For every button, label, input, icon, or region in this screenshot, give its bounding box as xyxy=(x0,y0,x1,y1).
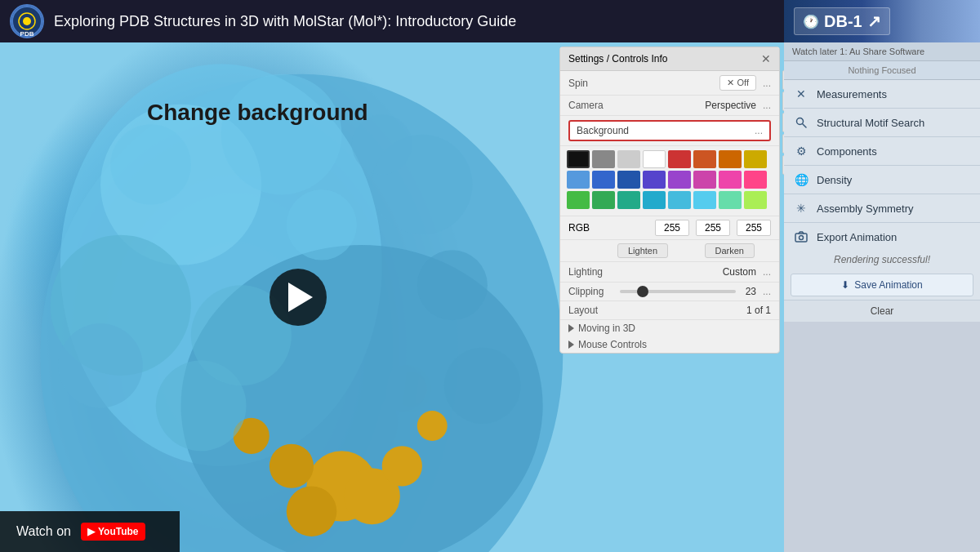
spin-off-button[interactable]: ✕ Off xyxy=(719,75,756,91)
layout-label: Layout xyxy=(568,305,613,316)
clipping-dots[interactable]: ... xyxy=(763,286,771,297)
clipping-slider[interactable] xyxy=(620,290,736,293)
swatch-aqua[interactable] xyxy=(693,191,716,209)
lighting-value: Custom xyxy=(723,266,756,278)
svg-point-18 xyxy=(110,124,190,204)
swatch-skyblue[interactable] xyxy=(668,191,691,209)
rp-subheader: Watch later 1: Au Share Software xyxy=(784,42,980,61)
layout-row: Layout 1 of 1 xyxy=(560,301,779,320)
video-title: Exploring PDB Structures in 3D with MolS… xyxy=(54,13,516,30)
background-field-row: Background ... xyxy=(560,116,779,146)
rp-nothing-focused: Nothing Focused xyxy=(784,61,980,80)
clear-button[interactable]: Clear xyxy=(784,300,980,322)
swatch-orange[interactable] xyxy=(719,150,742,168)
settings-panel: Settings / Controls Info ✕ Spin ✕ Off ..… xyxy=(559,47,780,354)
swatch-teal[interactable] xyxy=(617,191,640,209)
swatch-purple[interactable] xyxy=(668,171,691,189)
svg-point-9 xyxy=(221,74,342,195)
swatch-red[interactable] xyxy=(668,150,691,168)
svg-point-17 xyxy=(417,411,448,441)
assembly-symmetry-item[interactable]: ✳ Assembly Symmetry xyxy=(784,194,980,223)
swatch-yellow[interactable] xyxy=(744,150,767,168)
swatch-hotpink[interactable] xyxy=(744,171,767,189)
slider-thumb[interactable] xyxy=(637,286,648,297)
lighting-dots[interactable]: ... xyxy=(763,266,771,278)
swatch-lightblue[interactable] xyxy=(567,171,590,189)
clipping-label: Clipping xyxy=(568,286,613,297)
nothing-focused-text: Nothing Focused xyxy=(848,65,915,75)
db-badge: 🕐 DB-1 ↗ xyxy=(794,7,890,35)
settings-close-button[interactable]: ✕ xyxy=(761,52,771,65)
swatch-gray[interactable] xyxy=(592,150,615,168)
youtube-logo[interactable]: ▶ YouTube xyxy=(81,523,145,541)
refresh-icon-btn[interactable]: ↺ xyxy=(782,70,784,90)
video-frame: Change background Settings / Controls In… xyxy=(0,42,784,552)
clipping-row: Clipping 23 ... xyxy=(560,283,779,301)
mouse-controls-row[interactable]: Mouse Controls xyxy=(560,336,779,353)
rgb-b-input[interactable] xyxy=(737,220,771,236)
rp-header-image: 🕐 DB-1 ↗ xyxy=(784,0,980,42)
rp-subheader-text: Watch later 1: Au Share Software xyxy=(792,47,924,56)
moving-3d-row[interactable]: Moving in 3D xyxy=(560,320,779,336)
pdb-logo: PDB xyxy=(10,4,44,38)
background-dots-button[interactable]: ... xyxy=(755,125,763,136)
svg-point-19 xyxy=(417,250,488,320)
color-swatches xyxy=(560,146,779,216)
swatch-seagreen[interactable] xyxy=(592,191,615,209)
camera-icon xyxy=(794,229,808,244)
swatch-cyan[interactable] xyxy=(643,191,666,209)
db-badge-text: DB-1 xyxy=(824,12,862,31)
swatch-lightgray[interactable] xyxy=(617,150,640,168)
settings-header: Settings / Controls Info ✕ xyxy=(560,47,779,71)
components-label: Components xyxy=(817,145,877,158)
background-field[interactable]: Background ... xyxy=(568,120,771,141)
rgb-g-input[interactable] xyxy=(696,220,730,236)
plus-icon-btn[interactable]: + xyxy=(782,91,784,111)
swatch-pink[interactable] xyxy=(719,171,742,189)
svg-point-24 xyxy=(287,189,357,260)
swatch-row-3 xyxy=(567,191,773,209)
swatch-indigo[interactable] xyxy=(643,171,666,189)
save-animation-button[interactable]: ⬇ Save Animation xyxy=(791,274,973,296)
lighting-label: Lighting xyxy=(568,266,613,278)
darken-button[interactable]: Darken xyxy=(705,243,755,258)
swatch-black[interactable] xyxy=(567,150,590,168)
change-bg-label: Change background xyxy=(147,100,368,126)
swatch-darkblue[interactable] xyxy=(617,171,640,189)
swatch-row-2 xyxy=(567,171,773,189)
layout-icon-btn[interactable]: ⊞ xyxy=(782,134,784,154)
play-button[interactable] xyxy=(270,269,327,326)
measurements-item[interactable]: ✕ Measurements xyxy=(784,80,980,109)
moving-3d-arrow xyxy=(568,324,574,332)
export-animation-label: Export Animation xyxy=(817,231,897,243)
spin-dots-button[interactable]: ... xyxy=(763,78,771,89)
expand-icon-btn[interactable]: ⤢ xyxy=(782,113,784,132)
search-icon xyxy=(794,115,808,130)
globe-icon: 🌐 xyxy=(794,172,808,187)
camera-dots-button[interactable]: ... xyxy=(763,100,771,111)
svg-rect-28 xyxy=(795,234,807,242)
swatch-magenta[interactable] xyxy=(693,171,716,189)
mouse-controls-arrow xyxy=(568,341,574,349)
spin-row: Spin ✕ Off ... xyxy=(560,71,779,96)
lighten-button[interactable]: Lighten xyxy=(617,243,668,258)
rgb-label: RGB xyxy=(568,222,590,234)
svg-point-12 xyxy=(287,486,337,536)
right-panel: 🕐 DB-1 ↗ Watch later 1: Au Share Softwar… xyxy=(784,0,980,552)
swatch-lime[interactable] xyxy=(744,191,767,209)
swatch-blue[interactable] xyxy=(592,171,615,189)
swatch-white[interactable] xyxy=(643,150,666,168)
structural-motif-item[interactable]: Structural Motif Search xyxy=(784,109,980,137)
export-animation-header[interactable]: Export Animation xyxy=(784,223,980,251)
swatch-redorange[interactable] xyxy=(693,150,716,168)
components-item[interactable]: ⚙ Components xyxy=(784,137,980,166)
side-icons: ↺ + ⤢ ⊞ ↖ xyxy=(782,70,784,175)
swatch-row-1 xyxy=(567,150,773,168)
svg-point-29 xyxy=(800,236,804,240)
rgb-r-input[interactable] xyxy=(655,220,689,236)
swatch-mint[interactable] xyxy=(719,191,742,209)
cursor-icon-btn[interactable]: ↖ xyxy=(782,155,784,175)
density-item[interactable]: 🌐 Density xyxy=(784,166,980,194)
measurements-label: Measurements xyxy=(817,88,887,100)
swatch-green[interactable] xyxy=(567,191,590,209)
